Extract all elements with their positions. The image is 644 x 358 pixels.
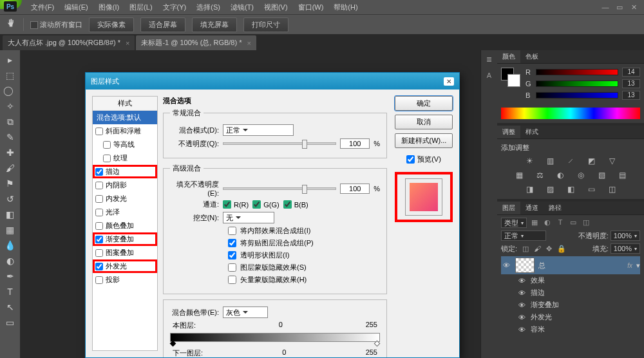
effect-gradient[interactable]: 👁渐变叠加 [501, 299, 640, 311]
style-checkbox[interactable] [95, 236, 103, 243]
b-slider[interactable] [536, 92, 618, 99]
vibrance-icon[interactable]: ▽ [606, 156, 618, 167]
document-tab[interactable]: 未标题-1 @ 100% (总, RGB/8) *× [136, 35, 256, 50]
style-checkbox[interactable] [95, 276, 103, 284]
effect-other[interactable]: 👁容米 [501, 323, 640, 335]
bw-icon[interactable]: ◐ [554, 171, 566, 181]
wand-tool-icon[interactable]: ✧ [3, 99, 18, 113]
fx-expand-icon[interactable]: ▾ [636, 261, 640, 270]
style-row-0[interactable]: 斜面和浮雕 [93, 124, 157, 138]
color-spectrum[interactable] [501, 108, 640, 119]
layer-kind-combo[interactable]: 类型▾ [501, 218, 527, 228]
filter-smart-icon[interactable]: ◫ [581, 218, 591, 227]
b-value[interactable]: 13 [622, 91, 640, 100]
menu-select[interactable]: 选择(S) [191, 3, 225, 12]
dodge-tool-icon[interactable]: ◐ [3, 254, 18, 268]
filter-pixel-icon[interactable]: ▦ [529, 218, 540, 227]
menu-image[interactable]: 图像(I) [93, 3, 124, 12]
filter-type-icon[interactable]: T [555, 218, 565, 227]
path-tool-icon[interactable]: ↖ [3, 300, 18, 314]
style-row-10[interactable]: 外发光 [93, 259, 157, 273]
fit-screen-button[interactable]: 适合屏幕 [140, 17, 185, 32]
style-checkbox[interactable] [95, 182, 103, 189]
visibility-icon[interactable]: 👁 [516, 326, 527, 334]
pen-tool-icon[interactable]: ✒ [3, 269, 18, 283]
style-checkbox[interactable] [95, 222, 103, 230]
invert-icon[interactable]: ◨ [524, 185, 535, 195]
layer-thumbnail[interactable] [515, 258, 535, 273]
style-row-9[interactable]: 图案叠加 [93, 246, 157, 259]
g-slider[interactable] [536, 80, 618, 87]
new-style-button[interactable]: 新建样式(W)... [395, 133, 453, 148]
lasso-tool-icon[interactable]: ⃝ [3, 84, 18, 98]
blend-defaults-row[interactable]: 混合选项:默认 [93, 111, 157, 124]
history-panel-icon[interactable]: ≣ [486, 55, 492, 64]
style-checkbox[interactable] [95, 263, 103, 270]
style-row-5[interactable]: 内发光 [93, 192, 157, 205]
paths-tab[interactable]: 路径 [544, 202, 567, 214]
char-panel-icon[interactable]: A [487, 71, 491, 79]
style-row-1[interactable]: 等高线 [93, 138, 157, 151]
style-row-3[interactable]: 描边 [93, 165, 157, 178]
window-close[interactable]: ✕ [629, 3, 639, 12]
fg-bg-swatch[interactable] [501, 68, 520, 87]
fx-badge[interactable]: fx [627, 262, 632, 269]
r-value[interactable]: 14 [622, 68, 640, 77]
crop-tool-icon[interactable]: ⧉ [3, 115, 18, 129]
posterize-icon[interactable]: ▨ [544, 185, 556, 195]
r-slider[interactable] [536, 69, 618, 75]
levels-icon[interactable]: ▥ [544, 156, 556, 167]
cancel-button[interactable]: 取消 [395, 115, 453, 129]
color-tab[interactable]: 颜色 [497, 50, 520, 63]
shape-tool-icon[interactable]: ▭ [3, 316, 18, 330]
eraser-tool-icon[interactable]: ◧ [3, 207, 18, 221]
preview-checkbox[interactable] [406, 155, 415, 164]
gradmap-icon[interactable]: ▭ [585, 185, 597, 195]
hue-icon[interactable]: ▦ [513, 171, 525, 181]
marquee-tool-icon[interactable]: ⬚ [3, 68, 18, 82]
menu-help[interactable]: 帮助(H) [328, 3, 363, 12]
close-tab-icon[interactable]: × [126, 39, 129, 47]
visibility-icon[interactable]: 👁 [516, 301, 527, 309]
style-row-11[interactable]: 投影 [93, 273, 157, 287]
fill-screen-button[interactable]: 填充屏幕 [192, 17, 237, 32]
visibility-icon[interactable]: 👁 [516, 277, 527, 285]
adv-opt-checkbox[interactable] [228, 239, 236, 247]
window-minimize[interactable]: — [600, 3, 611, 12]
layer-item[interactable]: 👁 总 fx ▾ [501, 256, 640, 274]
style-checkbox[interactable] [95, 127, 103, 135]
type-tool-icon[interactable]: T [3, 285, 18, 299]
blend-mode-select[interactable]: 正常 [223, 124, 294, 136]
visibility-icon[interactable]: 👁 [516, 289, 527, 297]
close-tab-icon[interactable]: × [247, 39, 251, 47]
filter-shape-icon[interactable]: ▭ [568, 218, 578, 227]
adv-opt-checkbox[interactable] [228, 251, 236, 259]
photofilter-icon[interactable]: ◎ [575, 171, 587, 181]
lock-all-icon[interactable]: 🔒 [557, 245, 566, 253]
g-value[interactable]: 13 [622, 79, 640, 88]
channel-r-checkbox[interactable] [223, 200, 231, 209]
fill-combo[interactable]: 100%▾ [611, 243, 640, 254]
this-layer-band[interactable] [170, 333, 380, 342]
style-checkbox[interactable] [95, 195, 103, 203]
dialog-close-button[interactable]: ✕ [444, 77, 454, 86]
actual-pixels-button[interactable]: 实际像素 [89, 17, 134, 32]
blend-mode-combo[interactable]: 正常▾ [501, 231, 546, 241]
history-brush-icon[interactable]: ↺ [3, 192, 18, 206]
channel-g-checkbox[interactable] [252, 200, 261, 209]
fill-opacity-input[interactable]: 100 [340, 184, 370, 194]
style-row-7[interactable]: 颜色叠加 [93, 219, 157, 232]
threshold-icon[interactable]: ◧ [565, 185, 576, 195]
visibility-icon[interactable]: 👁 [501, 261, 511, 269]
effect-outerglow[interactable]: 👁外发光 [501, 311, 640, 323]
layer-name-label[interactable]: 总 [538, 261, 623, 270]
menu-layer[interactable]: 图层(L) [124, 3, 157, 12]
layers-tab[interactable]: 图层 [497, 202, 520, 214]
lock-pixels-icon[interactable]: 🖌 [534, 245, 541, 252]
curves-icon[interactable]: ⟋ [565, 156, 576, 167]
ok-button[interactable]: 确定 [395, 96, 453, 111]
scroll-all-checkbox[interactable] [30, 21, 38, 29]
style-row-6[interactable]: 光泽 [93, 205, 157, 219]
opacity-input[interactable]: 100 [340, 138, 370, 149]
lock-position-icon[interactable]: ✥ [546, 245, 552, 253]
